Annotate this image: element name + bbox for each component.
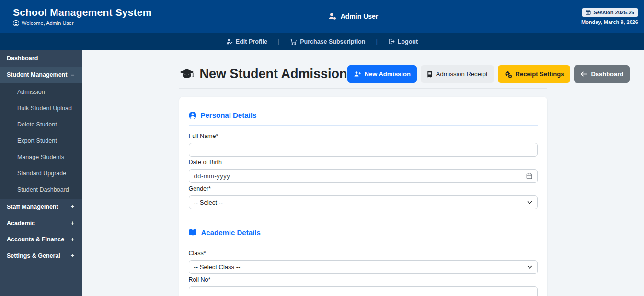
purchase-subscription-link[interactable]: Purchase Subscription <box>290 38 365 45</box>
receipt-settings-label: Receipt Settings <box>516 70 564 78</box>
section-title: Academic Details <box>201 228 261 237</box>
gender-selected-value: -- Select -- <box>194 199 223 206</box>
collapse-toggle-icon: – <box>71 71 74 78</box>
expand-toggle-icon: + <box>71 204 74 210</box>
dob-field-group: Date of Birth dd-mm-yyyy <box>189 159 538 183</box>
admission-receipt-button[interactable]: Admission Receipt <box>421 65 494 83</box>
graduation-cap-icon <box>179 68 195 80</box>
person-edit-icon <box>226 38 233 45</box>
logout-link[interactable]: Logout <box>388 38 418 45</box>
new-admission-button[interactable]: New Admission <box>347 65 417 83</box>
sidebar-item-academic[interactable]: Academic + <box>0 215 82 231</box>
full-name-field-group: Full Name* <box>189 133 538 157</box>
section-title: Personal Details <box>201 111 257 119</box>
app-header: School Management System Welcome, Admin … <box>0 0 644 33</box>
dob-label: Date of Birth <box>189 159 538 166</box>
sidebar-item-settings-general[interactable]: Settings & General + <box>0 248 82 264</box>
roll-no-input[interactable] <box>189 286 538 296</box>
roll-no-field-group: Roll No* <box>189 276 538 296</box>
session-badge: Session 2025-26 <box>582 8 638 17</box>
welcome-text-row: Welcome, Admin User <box>13 20 206 26</box>
session-badge-label: Session 2025-26 <box>593 10 634 15</box>
admin-user-icon <box>328 12 337 20</box>
logout-label: Logout <box>398 38 418 45</box>
admission-form-card: Personal Details Full Name* Date of Birt… <box>179 97 547 296</box>
new-admission-label: New Admission <box>365 70 411 78</box>
toolbar: New Admission Admission Receipt Receipt … <box>347 65 630 83</box>
sidebar-item-accounts-finance[interactable]: Accounts & Finance + <box>0 231 82 248</box>
secondary-nav: Edit Profile | Purchase Subscription | L… <box>0 33 644 50</box>
student-management-submenu: Admission Bulk Student Upload Delete Stu… <box>0 83 82 199</box>
sidebar-item-label: Academic <box>7 220 35 227</box>
sidebar-item-dashboard[interactable]: Dashboard <box>0 50 82 67</box>
back-to-dashboard-button[interactable]: Dashboard <box>574 65 630 83</box>
receipt-settings-button[interactable]: Receipt Settings <box>498 65 571 83</box>
edit-profile-label: Edit Profile <box>236 38 267 45</box>
dob-placeholder: dd-mm-yyyy <box>194 172 230 180</box>
sidebar-item-label: Accounts & Finance <box>7 236 64 243</box>
sidebar-item-label: Dashboard <box>7 55 38 62</box>
gender-label: Gender* <box>189 185 538 192</box>
chevron-down-icon <box>527 201 532 204</box>
sidebar-subitem-manage-students[interactable]: Manage Students <box>0 149 82 165</box>
sidebar-item-label: Settings & General <box>7 252 60 259</box>
person-circle-icon <box>189 112 196 119</box>
sidebar-subitem-delete-student[interactable]: Delete Student <box>0 116 82 133</box>
sidebar-subitem-bulk-student-upload[interactable]: Bulk Student Upload <box>0 100 82 116</box>
header-user: Admin User <box>206 12 500 20</box>
calendar-icon <box>586 10 591 15</box>
user-circle-icon <box>13 20 19 26</box>
nav-separator: | <box>376 38 377 45</box>
chevron-down-icon <box>527 265 532 269</box>
header-user-name: Admin User <box>341 12 379 20</box>
class-label: Class* <box>189 250 538 257</box>
arrow-left-icon <box>580 71 587 77</box>
sidebar-item-label: Student Management <box>7 71 67 78</box>
sidebar-subitem-admission[interactable]: Admission <box>0 84 82 100</box>
app-title: School Management System <box>13 7 206 18</box>
sidebar: Dashboard Student Management – Admission… <box>0 50 82 296</box>
book-icon <box>189 229 197 236</box>
sidebar-item-label: Staff Management <box>7 204 58 210</box>
main-content: New Student Admission New Admission Admi… <box>82 50 644 296</box>
cart-icon <box>290 38 297 45</box>
calendar-icon[interactable] <box>526 173 532 179</box>
sidebar-item-student-management[interactable]: Student Management – <box>0 67 82 83</box>
class-field-group: Class* -- Select Class -- <box>189 250 538 274</box>
sidebar-subitem-standard-upgrade[interactable]: Standard Upgrade <box>0 165 82 182</box>
welcome-text: Welcome, Admin User <box>22 20 74 26</box>
gender-field-group: Gender* -- Select -- <box>189 185 538 209</box>
title-divider <box>179 88 547 89</box>
back-to-dashboard-label: Dashboard <box>591 70 623 78</box>
roll-no-label: Roll No* <box>189 276 538 283</box>
logout-icon <box>388 38 395 45</box>
sidebar-subitem-student-dashboard[interactable]: Student Dashboard <box>0 182 82 198</box>
purchase-subscription-label: Purchase Subscription <box>300 38 365 45</box>
receipt-icon <box>427 71 433 78</box>
admission-receipt-label: Admission Receipt <box>436 70 488 78</box>
gears-icon <box>504 70 512 78</box>
expand-toggle-icon: + <box>71 236 74 243</box>
page-title: New Student Admission <box>200 67 347 81</box>
full-name-input[interactable] <box>189 143 538 157</box>
sidebar-subitem-export-student[interactable]: Export Student <box>0 133 82 149</box>
full-name-label: Full Name* <box>189 133 538 139</box>
header-date: Monday, March 9, 2026 <box>581 19 638 25</box>
expand-toggle-icon: + <box>71 252 74 259</box>
expand-toggle-icon: + <box>71 220 74 227</box>
person-plus-icon <box>354 71 361 77</box>
class-select[interactable]: -- Select Class -- <box>189 260 538 274</box>
academic-details-heading: Academic Details <box>189 222 538 243</box>
gender-select[interactable]: -- Select -- <box>189 195 538 209</box>
nav-separator: | <box>278 38 279 45</box>
class-selected-value: -- Select Class -- <box>194 263 241 271</box>
dob-date-input[interactable]: dd-mm-yyyy <box>189 169 538 183</box>
sidebar-item-staff-management[interactable]: Staff Management + <box>0 199 82 215</box>
edit-profile-link[interactable]: Edit Profile <box>226 38 267 45</box>
personal-details-heading: Personal Details <box>189 104 538 126</box>
